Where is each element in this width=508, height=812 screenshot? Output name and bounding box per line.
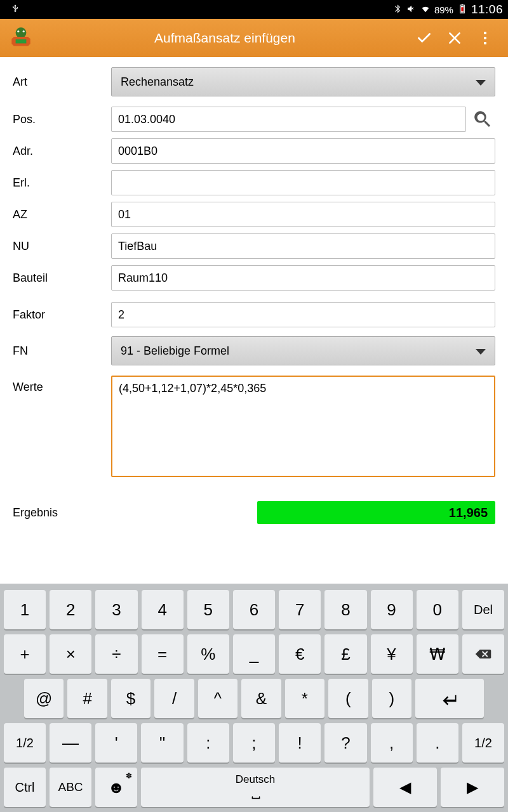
label-adr: Adr. (13, 145, 111, 158)
key-enter[interactable] (415, 679, 484, 718)
pos-search-button[interactable] (470, 107, 495, 132)
row-faktor: Faktor (13, 302, 495, 327)
key-=[interactable]: = (142, 634, 184, 674)
clock: 11:06 (471, 3, 503, 16)
key-€[interactable]: € (279, 634, 321, 674)
action-bar: Aufmaßansatz einfügen (0, 19, 508, 57)
key-abc[interactable]: ABC (50, 768, 91, 807)
key-9[interactable]: 9 (371, 590, 413, 629)
key-¥[interactable]: ¥ (371, 634, 413, 674)
row-werte: Werte (13, 376, 495, 477)
key-%[interactable]: % (187, 634, 229, 674)
label-erl: Erl. (13, 176, 111, 190)
overflow-menu-button[interactable] (470, 23, 500, 53)
overflow-menu-icon (484, 32, 486, 44)
gear-icon: ✽ (126, 771, 132, 780)
svg-rect-10 (28, 38, 30, 45)
key-arrow-left[interactable]: ◀ (373, 768, 437, 807)
label-nu: NU (13, 240, 111, 253)
pos-input[interactable] (111, 107, 466, 132)
battery-icon (457, 4, 467, 16)
emoji-icon: ☻ (107, 778, 124, 797)
bauteil-input[interactable] (111, 265, 495, 291)
mute-icon (406, 4, 417, 16)
label-art: Art (13, 75, 111, 89)
svg-rect-9 (11, 38, 14, 45)
fn-dropdown[interactable]: 91 - Beliebige Formel (111, 336, 495, 365)
key-ctrl[interactable]: Ctrl (4, 768, 46, 807)
cancel-button[interactable] (439, 23, 470, 53)
svg-rect-1 (462, 4, 464, 4)
key-,[interactable]: , (371, 723, 413, 763)
key-6[interactable]: 6 (233, 590, 275, 629)
key-delete[interactable]: Del (462, 590, 504, 629)
werte-textarea[interactable] (111, 376, 495, 477)
key-page-right[interactable]: 1/2 (462, 723, 504, 763)
app-icon (8, 25, 34, 51)
key-'[interactable]: ' (95, 723, 137, 763)
key-3[interactable]: 3 (95, 590, 137, 629)
key-5[interactable]: 5 (187, 590, 229, 629)
row-pos: Pos. (13, 107, 495, 132)
key-:[interactable]: : (187, 723, 229, 763)
key-([interactable]: ( (328, 679, 368, 718)
az-input[interactable] (111, 202, 495, 227)
row-az: AZ (13, 202, 495, 227)
key-7[interactable]: 7 (279, 590, 321, 629)
key-2[interactable]: 2 (50, 590, 91, 629)
key-![interactable]: ! (279, 723, 321, 763)
key-backspace[interactable] (462, 634, 504, 674)
key-.[interactable]: . (417, 723, 458, 763)
faktor-input[interactable] (111, 302, 495, 327)
nu-input[interactable] (111, 233, 495, 259)
form: Art Rechenansatz Pos. Adr. Erl. AZ NU Ba… (0, 57, 508, 530)
svg-point-5 (17, 30, 19, 32)
key-"[interactable]: " (141, 723, 183, 763)
usb-icon (10, 4, 20, 16)
art-dropdown[interactable]: Rechenansatz (111, 67, 495, 96)
row-bauteil: Bauteil (13, 265, 495, 291)
key-page-left[interactable]: 1/2 (4, 723, 46, 763)
key-*[interactable]: * (285, 679, 324, 718)
key-?[interactable]: ? (324, 723, 366, 763)
key-$[interactable]: $ (111, 679, 150, 718)
erl-input[interactable] (111, 170, 495, 195)
enter-icon (441, 691, 458, 706)
key-8[interactable]: 8 (324, 590, 366, 629)
key-arrow-right[interactable]: ▶ (441, 768, 504, 807)
ergebnis-value: 11,965 (257, 501, 495, 524)
row-fn: FN 91 - Beliebige Formel (13, 336, 495, 365)
key-0[interactable]: 0 (417, 590, 458, 629)
key-÷[interactable]: ÷ (95, 634, 137, 674)
key-×[interactable]: × (50, 634, 91, 674)
key-—[interactable]: — (50, 723, 91, 763)
space-icon: ⎵ (252, 787, 258, 802)
label-ergebnis: Ergebnis (13, 506, 257, 520)
key-+[interactable]: + (4, 634, 46, 674)
backspace-icon (474, 646, 492, 662)
keyboard: 1234567890Del +×÷=%_€£¥₩ @#$/^&*() 1/2—'… (0, 584, 508, 812)
adr-input[interactable] (111, 138, 495, 164)
key-₩[interactable]: ₩ (417, 634, 458, 674)
key-_[interactable]: _ (233, 634, 275, 674)
row-adr: Adr. (13, 138, 495, 164)
row-art: Art Rechenansatz (13, 67, 495, 96)
key-£[interactable]: £ (324, 634, 366, 674)
key-4[interactable]: 4 (142, 590, 184, 629)
key-space[interactable]: Deutsch⎵ (141, 768, 370, 807)
bluetooth-icon (392, 4, 403, 16)
label-fn: FN (13, 344, 111, 358)
key-#[interactable]: # (67, 679, 107, 718)
key-^[interactable]: ^ (198, 679, 237, 718)
key-emoji[interactable]: ☻✽ (95, 768, 137, 807)
wifi-icon (420, 4, 431, 16)
key-1[interactable]: 1 (4, 590, 46, 629)
label-az: AZ (13, 208, 111, 221)
key-/[interactable]: / (154, 679, 194, 718)
key-@[interactable]: @ (24, 679, 64, 718)
confirm-button[interactable] (409, 23, 439, 53)
key-;[interactable]: ; (233, 723, 275, 763)
key-)[interactable]: ) (372, 679, 411, 718)
label-bauteil: Bauteil (13, 272, 111, 285)
key-&[interactable]: & (241, 679, 281, 718)
